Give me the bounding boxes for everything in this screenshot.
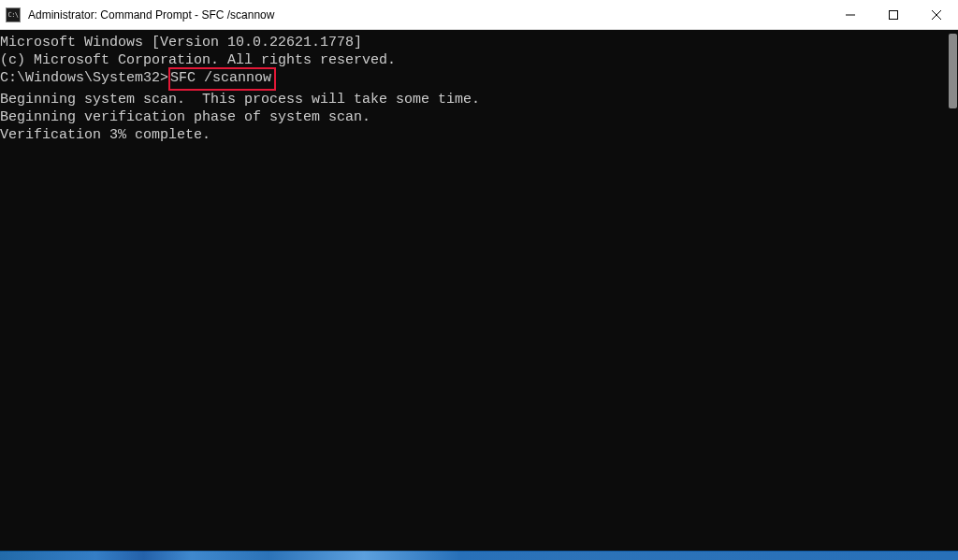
- output-line: Verification 3% complete.: [0, 126, 958, 144]
- svg-rect-1: [890, 10, 898, 19]
- output-line: Beginning verification phase of system s…: [0, 108, 958, 126]
- terminal-output[interactable]: Microsoft Windows [Version 10.0.22621.17…: [0, 30, 958, 552]
- maximize-icon: [889, 10, 898, 20]
- prompt-path: C:\Windows\System32>: [0, 70, 168, 86]
- minimize-button[interactable]: [829, 0, 872, 29]
- output-line: Microsoft Windows [Version 10.0.22621.17…: [0, 34, 958, 51]
- output-line: (c) Microsoft Corporation. All rights re…: [0, 51, 958, 69]
- close-icon: [932, 10, 941, 20]
- titlebar[interactable]: C:\ Administrator: Command Prompt - SFC …: [0, 0, 958, 30]
- command-prompt-window: C:\ Administrator: Command Prompt - SFC …: [0, 0, 958, 552]
- window-title: Administrator: Command Prompt - SFC /sca…: [28, 8, 274, 22]
- command-highlight: SFC /scannow: [168, 67, 276, 91]
- maximize-button[interactable]: [872, 0, 915, 29]
- output-line: Beginning system scan. This process will…: [0, 91, 958, 108]
- scrollbar-thumb[interactable]: [949, 34, 957, 108]
- titlebar-left: C:\ Administrator: Command Prompt - SFC …: [6, 7, 274, 22]
- window-controls: [829, 0, 958, 29]
- prompt-line: C:\Windows\System32>SFC /scannow: [0, 69, 958, 91]
- minimize-icon: [846, 10, 855, 20]
- taskbar[interactable]: [0, 551, 958, 560]
- cmd-icon: C:\: [6, 7, 21, 22]
- close-button[interactable]: [915, 0, 958, 29]
